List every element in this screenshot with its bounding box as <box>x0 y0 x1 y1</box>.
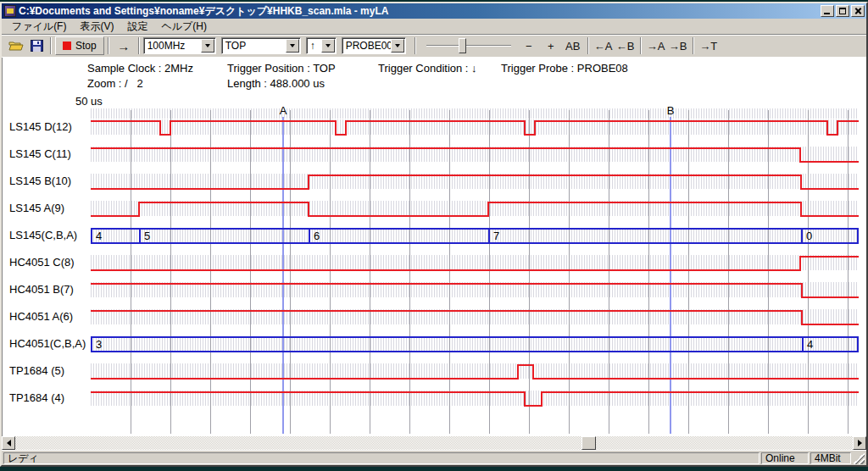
zoom-slider[interactable] <box>426 37 511 54</box>
slider-thumb[interactable] <box>459 38 466 53</box>
chevron-down-icon[interactable] <box>286 39 299 53</box>
toolbar-nav-button[interactable]: ←B <box>615 36 637 55</box>
trigger-probe-combo[interactable]: PROBE00 <box>342 37 406 54</box>
channel-label: HC4051 B(7) <box>9 283 74 296</box>
menu-item[interactable]: 表示(V) <box>73 18 120 36</box>
menu-bar: ファイル(F)表示(V)設定ヘルプ(H) <box>2 19 866 35</box>
waveform-channel <box>91 202 859 216</box>
close-button[interactable] <box>851 5 865 17</box>
channel-label: HC4051(C,B,A) <box>9 337 86 351</box>
bus-value: 0 <box>806 230 812 242</box>
stop-label: Stop <box>75 40 97 52</box>
marker-label: B <box>667 105 675 117</box>
channel-label: TP1684 (4) <box>9 391 64 405</box>
open-folder-icon <box>8 40 24 52</box>
toolbar-separator <box>415 37 416 54</box>
desktop-background: C:¥Documents and Settings¥noname¥デスクトップ¥… <box>0 0 868 471</box>
scroll-right-button[interactable] <box>853 436 866 450</box>
trigger-edge-combo[interactable]: ↑ <box>306 37 337 54</box>
menu-item[interactable]: ファイル(F) <box>5 18 73 36</box>
horizontal-scrollbar[interactable] <box>2 436 866 450</box>
toolbar-nav-button[interactable]: ←A <box>593 36 615 55</box>
zoom-info: Zoom : / 2 <box>87 77 143 90</box>
status-online: Online <box>761 452 809 464</box>
channel-labels-column: LS145 D(12)LS145 C(11)LS145 B(10)LS145 A… <box>3 105 91 434</box>
trigger-probe-info: Trigger Probe : PROBE08 <box>501 62 628 75</box>
triangle-left-icon <box>7 440 11 446</box>
marker-nav-buttons: −+AB←A←B→A→B→T <box>518 36 720 55</box>
app-icon <box>4 5 16 17</box>
slider-track <box>426 45 511 47</box>
toolbar-separator <box>693 37 694 54</box>
status-ready: レディ <box>3 452 760 464</box>
status-bar: レディ Online 4MBit <box>2 450 866 465</box>
marker-label: A <box>280 105 287 117</box>
sample-clock-combo[interactable]: 100MHz <box>143 37 216 54</box>
open-button[interactable] <box>5 36 27 55</box>
toolbar-nav-button[interactable]: →A <box>645 36 667 55</box>
toolbar-separator <box>108 37 109 54</box>
waveform-channel <box>91 175 859 189</box>
waveform-channel <box>91 148 859 162</box>
waveform-channel <box>91 257 859 270</box>
channel-label: HC4051 A(6) <box>9 310 73 324</box>
toolbar-separator <box>587 37 589 54</box>
bus-value: 4 <box>96 230 102 242</box>
channel-label: LS145 A(9) <box>9 202 64 215</box>
sample-clock-value: 100MHz <box>144 40 201 52</box>
trigger-position-combo[interactable]: TOP <box>221 37 301 54</box>
channel-label: LS145(C,B,A) <box>9 229 77 242</box>
toolbar-nav-button[interactable]: AB <box>562 36 584 55</box>
toolbar-nav-button[interactable]: + <box>540 36 562 55</box>
toolbar-nav-button[interactable]: →T <box>698 36 720 55</box>
floppy-icon <box>31 40 43 52</box>
title-bar[interactable]: C:¥Documents and Settings¥noname¥デスクトップ¥… <box>2 3 866 19</box>
trigger-edge-value: ↑ <box>307 40 321 52</box>
trigger-condition-info: Trigger Condition : ↓ <box>378 62 477 75</box>
toolbar-separator <box>50 37 52 54</box>
toolbar-nav-button[interactable]: →B <box>667 36 689 55</box>
bus-value: 5 <box>144 230 150 242</box>
minimize-button[interactable] <box>821 5 834 17</box>
waveform-svg: AB4567034 <box>91 105 859 434</box>
waveform-plot[interactable]: AB4567034 <box>91 105 859 434</box>
waveform-client-area: Sample Clock : 2MHz Trigger Position : T… <box>2 58 866 436</box>
app-window: C:¥Documents and Settings¥noname¥デスクトップ¥… <box>0 2 868 467</box>
trigger-position-value: TOP <box>222 40 286 52</box>
channel-label: LS145 C(11) <box>9 147 71 161</box>
chevron-down-icon[interactable] <box>391 39 404 53</box>
toolbar: Stop → 100MHz TOP ↑ PROBE00 <box>2 35 866 58</box>
stop-square-icon <box>63 42 71 50</box>
channel-label: LS145 B(10) <box>9 175 71 188</box>
save-button[interactable] <box>27 36 47 55</box>
trigger-probe-value: PROBE00 <box>342 40 391 52</box>
chevron-down-icon[interactable] <box>201 39 214 53</box>
waveform-channel <box>91 365 859 379</box>
channel-label: HC4051 C(8) <box>9 256 75 269</box>
bus-value: 7 <box>493 230 499 242</box>
toolbar-nav-button[interactable]: − <box>518 36 540 55</box>
resize-grip[interactable] <box>853 452 865 464</box>
waveform-channel <box>91 121 859 135</box>
maximize-button[interactable] <box>836 5 849 17</box>
scrollbar-thumb[interactable] <box>581 436 596 450</box>
bus-value: 4 <box>807 338 813 351</box>
length-info: Length : 488.000 us <box>227 77 325 90</box>
chevron-down-icon[interactable] <box>321 39 335 53</box>
menu-item[interactable]: 設定 <box>120 18 154 36</box>
bus-value: 6 <box>314 230 320 242</box>
bus-value: 3 <box>96 338 102 351</box>
waveform-channel <box>91 284 859 297</box>
toolbar-separator <box>640 37 642 54</box>
arrow-right-icon: → <box>117 39 130 53</box>
status-memory: 4MBit <box>810 452 851 464</box>
stop-button[interactable]: Stop <box>55 36 104 55</box>
window-title: C:¥Documents and Settings¥noname¥デスクトップ¥… <box>19 4 817 19</box>
toolbar-separator <box>138 37 140 54</box>
menu-item[interactable]: ヘルプ(H) <box>154 18 214 36</box>
sample-clock-info: Sample Clock : 2MHz <box>87 62 193 75</box>
scroll-left-button[interactable] <box>2 436 15 450</box>
triangle-right-icon <box>858 440 862 446</box>
run-button[interactable]: → <box>113 36 135 55</box>
waveform-channel <box>91 311 859 324</box>
